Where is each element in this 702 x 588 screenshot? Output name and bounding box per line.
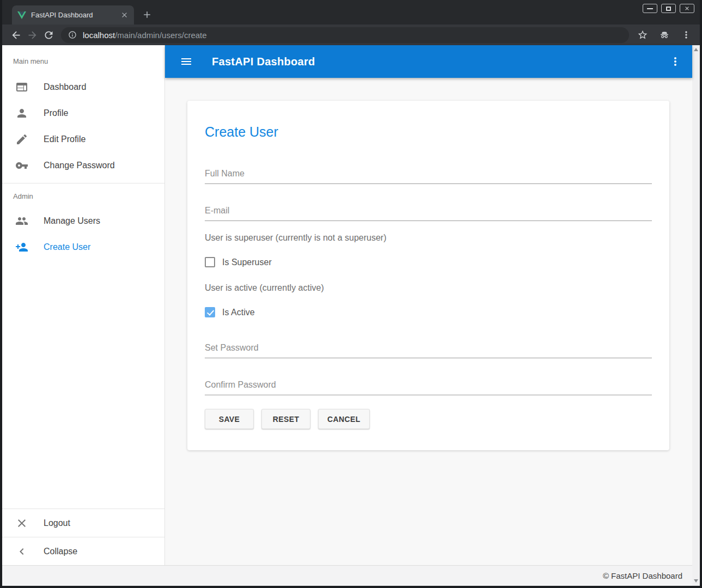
back-arrow-icon <box>10 29 22 41</box>
hamburger-icon <box>180 55 193 68</box>
reload-button[interactable] <box>40 27 57 43</box>
page-title: Create User <box>205 124 652 140</box>
is-superuser-label: Is Superuser <box>222 258 272 267</box>
minimize-button[interactable] <box>643 4 657 13</box>
cancel-button[interactable]: CANCEL <box>318 409 370 429</box>
browser-tab[interactable]: FastAPI Dashboard <box>12 5 134 24</box>
person-icon <box>15 107 28 120</box>
dashboard-icon <box>15 81 28 94</box>
sidebar-section-header-admin: Admin <box>2 183 164 208</box>
sidebar-item-label: Change Password <box>44 161 115 170</box>
active-hint: User is active (currently active) <box>205 283 652 293</box>
sidebar-item-create-user[interactable]: Create User <box>2 234 164 260</box>
incognito-indicator <box>656 27 673 43</box>
plus-icon <box>142 9 152 20</box>
incognito-icon <box>659 29 670 40</box>
reload-icon <box>43 29 54 41</box>
hamburger-menu-button[interactable] <box>179 54 194 69</box>
sidebar-item-label: Profile <box>44 108 68 118</box>
password-input[interactable] <box>205 343 652 358</box>
close-button[interactable] <box>680 4 694 13</box>
star-icon <box>637 29 648 40</box>
url-host: localhost <box>83 30 115 40</box>
url-field[interactable]: localhost/main/admin/users/create <box>61 27 629 43</box>
tab-title: FastAPI Dashboard <box>31 11 120 19</box>
password-field <box>205 332 652 358</box>
sidebar-item-label: Collapse <box>44 547 77 556</box>
back-button[interactable] <box>8 27 24 43</box>
tab-close-icon[interactable] <box>120 11 129 19</box>
toolbar-actions <box>634 27 694 43</box>
email-field <box>205 195 652 221</box>
scroll-down-arrow-icon[interactable] <box>694 579 698 583</box>
sidebar: Main menu Dashboard Profile <box>2 45 165 565</box>
close-icon <box>684 5 690 11</box>
browser-titlebar: FastAPI Dashboard <box>2 0 700 24</box>
vue-logo-icon <box>17 11 26 20</box>
browser-toolbar: localhost/main/admin/users/create <box>2 24 700 45</box>
key-icon <box>15 159 28 172</box>
browser-window: FastAPI Dashboard <box>0 0 702 588</box>
kebab-menu-icon <box>681 29 692 40</box>
maximize-icon <box>666 7 671 11</box>
appbar: FastAPI Dashboard <box>165 45 692 78</box>
bookmark-button[interactable] <box>634 27 651 43</box>
browser-menu-button[interactable] <box>678 27 694 43</box>
new-tab-button[interactable] <box>139 7 155 22</box>
create-user-card: Create User User is superuser (currently… <box>187 101 669 450</box>
info-icon[interactable] <box>68 30 77 39</box>
is-superuser-row[interactable]: Is Superuser <box>205 257 652 267</box>
sidebar-item-label: Manage Users <box>44 216 100 226</box>
pencil-icon <box>15 133 28 146</box>
sidebar-item-label: Logout <box>44 518 70 528</box>
is-superuser-checkbox[interactable] <box>205 257 215 267</box>
url-text: localhost/main/admin/users/create <box>83 30 207 40</box>
sidebar-item-collapse[interactable]: Collapse <box>2 537 164 565</box>
sidebar-bottom: Logout Collapse <box>2 509 164 565</box>
appbar-title: FastAPI Dashboard <box>212 56 315 68</box>
is-active-checkbox[interactable] <box>205 307 215 317</box>
page-footer: © FastAPI Dashboard <box>2 565 692 586</box>
is-active-label: Is Active <box>222 308 255 317</box>
sidebar-item-profile[interactable]: Profile <box>2 100 164 126</box>
full-name-field <box>205 158 652 184</box>
confirm-password-input[interactable] <box>205 380 652 395</box>
main-area: FastAPI Dashboard Create User <box>165 45 692 565</box>
sidebar-item-manage-users[interactable]: Manage Users <box>2 208 164 234</box>
sidebar-item-label: Create User <box>44 242 90 252</box>
scrollbar[interactable] <box>692 45 700 586</box>
forward-arrow-icon <box>27 29 38 41</box>
minimize-icon <box>647 8 653 9</box>
save-button[interactable]: SAVE <box>205 409 254 429</box>
sidebar-item-logout[interactable]: Logout <box>2 509 164 537</box>
person-add-icon <box>15 241 28 254</box>
sidebar-item-edit-profile[interactable]: Edit Profile <box>2 126 164 152</box>
forward-button[interactable] <box>24 27 40 43</box>
chevron-left-icon <box>15 545 28 558</box>
sidebar-section-header-main-menu: Main menu <box>2 45 164 74</box>
page-content: Create User User is superuser (currently… <box>165 78 692 565</box>
window-controls <box>643 4 694 13</box>
reset-button[interactable]: RESET <box>261 409 310 429</box>
superuser-hint: User is superuser (currently is not a su… <box>205 233 652 243</box>
scroll-up-arrow-icon[interactable] <box>694 48 698 51</box>
sidebar-item-change-password[interactable]: Change Password <box>2 152 164 179</box>
maximize-button[interactable] <box>661 4 676 13</box>
sidebar-item-label: Dashboard <box>44 82 86 92</box>
email-input[interactable] <box>205 206 652 220</box>
kebab-menu-icon <box>669 55 682 68</box>
form-buttons: SAVE RESET CANCEL <box>205 409 652 429</box>
sidebar-item-dashboard[interactable]: Dashboard <box>2 74 164 100</box>
close-icon <box>15 517 28 530</box>
url-path: /main/admin/users/create <box>115 30 206 40</box>
sidebar-item-label: Edit Profile <box>44 134 86 144</box>
full-name-input[interactable] <box>205 169 652 183</box>
copyright-text: © FastAPI Dashboard <box>603 571 682 580</box>
is-active-row[interactable]: Is Active <box>205 307 652 317</box>
confirm-password-field <box>205 369 652 395</box>
appbar-menu-button[interactable] <box>668 54 683 69</box>
people-icon <box>15 215 28 228</box>
